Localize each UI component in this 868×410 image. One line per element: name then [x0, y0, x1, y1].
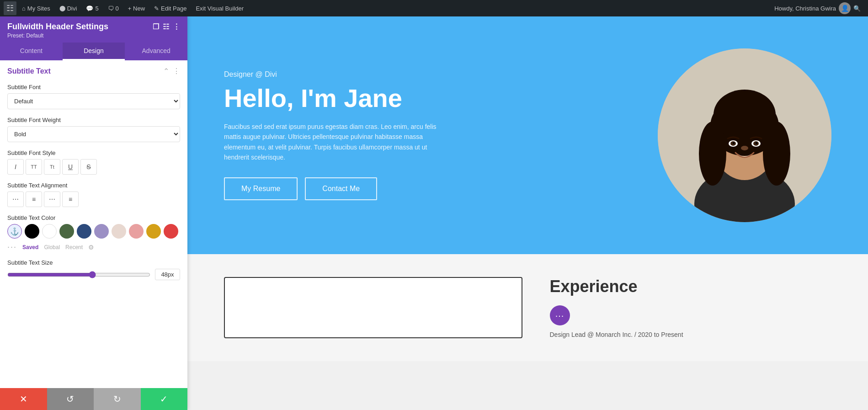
eyedropper-button[interactable]: ⚓ [7, 224, 22, 239]
redo-button[interactable]: ↻ [94, 388, 141, 410]
section-header-icons: ⌃ ⋮ [163, 67, 180, 75]
color-swatch-lavender[interactable] [94, 224, 109, 239]
expand-icon[interactable]: ❐ [153, 22, 159, 31]
my-resume-button[interactable]: My Resume [224, 177, 298, 200]
exit-builder-button[interactable]: Exit Visual Builder [192, 3, 247, 14]
underline-button[interactable]: U [62, 159, 79, 175]
bubble-icon: 💬 [86, 5, 93, 12]
svg-point-13 [756, 142, 757, 144]
subtitle-font-weight-select[interactable]: Bold [7, 126, 180, 142]
hero-text: Designer @ Divi Hello, I'm Jane Faucibus… [224, 70, 498, 200]
save-icon: ✓ [160, 394, 168, 405]
color-swatch-dark-blue[interactable] [77, 224, 91, 239]
color-swatch-light-pink[interactable] [112, 224, 126, 239]
collapse-icon[interactable]: ⌃ [163, 67, 169, 75]
color-swatch-salmon[interactable] [129, 224, 144, 239]
hero-description: Faucibus sed sed erat ipsum purus egesta… [224, 122, 453, 163]
font-style-buttons: I TT Tt U S [7, 159, 180, 175]
align-right-button[interactable]: ⋯ [44, 192, 60, 207]
pencil-icon: ✎ [154, 5, 159, 12]
capitalize-button[interactable]: Tt [44, 159, 60, 175]
hero-subtitle: Designer @ Divi [224, 70, 498, 79]
divi-icon: ⬤ [59, 5, 65, 11]
strikethrough-button[interactable]: S [80, 159, 97, 175]
color-swatches: ⚓ [7, 224, 180, 239]
subtitle-font-weight-row: Subtitle Font Weight Bold [0, 113, 187, 146]
tab-advanced[interactable]: Advanced [125, 43, 187, 60]
experience-job: Design Lead @ Monarch Inc. / 2020 to Pre… [550, 331, 832, 338]
cancel-icon: ✕ [20, 394, 27, 405]
undo-icon: ↺ [66, 394, 74, 405]
size-value-input[interactable] [155, 269, 180, 280]
color-tab-recent[interactable]: Recent [65, 244, 83, 250]
subtitle-alignment-label: Subtitle Text Alignment [7, 182, 180, 189]
align-left-button[interactable]: ⋯ [7, 192, 24, 207]
user-info: Howdy, Christina Gwira 👤 🔍 [771, 0, 864, 16]
panel-body: Subtitle Text ⌃ ⋮ Subtitle Font Default … [0, 60, 187, 388]
user-avatar: 👤 [841, 5, 849, 12]
section-more-icon[interactable]: ⋮ [173, 67, 180, 75]
subtitle-font-label: Subtitle Font [7, 84, 180, 91]
panel-tabs: Content Design Advanced [0, 43, 187, 60]
main-layout: Fullwidth Header Settings ❐ ☷ ⋮ Preset: … [0, 16, 868, 410]
size-slider[interactable] [7, 271, 150, 278]
panel-header: Fullwidth Header Settings ❐ ☷ ⋮ Preset: … [0, 16, 187, 43]
color-swatch-black[interactable] [25, 224, 39, 239]
dots-icon: ··· [555, 310, 564, 321]
color-swatch-white[interactable] [42, 224, 57, 239]
subtitle-font-weight-label: Subtitle Font Weight [7, 117, 180, 123]
color-tab-saved[interactable]: Saved [22, 244, 38, 250]
svg-point-12 [733, 142, 735, 144]
panel-title-text: Fullwidth Header Settings [7, 22, 108, 32]
tab-content[interactable]: Content [0, 43, 63, 60]
comments-menu[interactable]: 💬 5 [82, 3, 102, 14]
edit-page-button[interactable]: ✎ Edit Page [150, 3, 190, 14]
color-swatch-dark-green[interactable] [59, 224, 74, 239]
align-justify-button[interactable]: ≡ [62, 192, 79, 207]
cancel-button[interactable]: ✕ [0, 388, 47, 410]
admin-bar: ☷ ⌂ My Sites ⬤ Divi 💬 5 🗨 0 + New ✎ Edit… [0, 0, 868, 16]
italic-button[interactable]: I [7, 159, 24, 175]
color-more-button[interactable]: ··· [7, 242, 17, 252]
hero-portrait [658, 48, 831, 222]
panel-footer: ✕ ↺ ↻ ✓ [0, 388, 187, 410]
size-control [7, 269, 180, 280]
tab-design[interactable]: Design [63, 43, 125, 60]
hero-buttons: My Resume Contact Me [224, 177, 498, 200]
undo-button[interactable]: ↺ [47, 388, 94, 410]
hero-title: Hello, I'm Jane [224, 84, 498, 112]
subtitle-font-style-label: Subtitle Font Style [7, 149, 180, 156]
settings-panel: Fullwidth Header Settings ❐ ☷ ⋮ Preset: … [0, 16, 187, 410]
comment-icon: 🗨 [108, 5, 114, 12]
subtitle-size-label: Subtitle Text Size [7, 259, 180, 266]
my-sites-menu[interactable]: ⌂ My Sites [18, 3, 54, 14]
subtitle-color-label: Subtitle Text Color [7, 214, 180, 221]
subtitle-section-header: Subtitle Text ⌃ ⋮ [0, 60, 187, 80]
subtitle-font-select[interactable]: Default [7, 93, 180, 109]
uppercase-button[interactable]: TT [26, 159, 42, 175]
subtitle-color-row: Subtitle Text Color ⚓ ··· [0, 211, 187, 256]
color-settings-icon[interactable]: ⚙ [88, 244, 94, 251]
color-tab-global[interactable]: Global [44, 244, 60, 250]
hero-section: Designer @ Divi Hello, I'm Jane Faucibus… [187, 16, 868, 254]
experience-more-button[interactable]: ··· [550, 305, 570, 325]
experience-content: Experience ··· Design Lead @ Monarch Inc… [550, 277, 832, 338]
contact-me-button[interactable]: Contact Me [305, 177, 377, 200]
new-menu[interactable]: + New [124, 3, 149, 14]
subtitle-section-title: Subtitle Text [7, 67, 51, 75]
color-swatch-gold[interactable] [146, 224, 161, 239]
wordpress-logo[interactable]: ☷ [4, 1, 16, 15]
search-icon[interactable]: 🔍 [853, 5, 861, 12]
save-button[interactable]: ✓ [141, 388, 188, 410]
experience-section: Experience ··· Design Lead @ Monarch Inc… [187, 254, 868, 361]
svg-point-14 [741, 146, 748, 150]
more-icon[interactable]: ⋮ [173, 22, 180, 31]
svg-point-7 [714, 90, 776, 140]
align-center-button[interactable]: ≡ [26, 192, 42, 207]
page-preview: Designer @ Divi Hello, I'm Jane Faucibus… [187, 16, 868, 410]
color-swatch-red[interactable] [164, 224, 178, 239]
comment-count-menu[interactable]: 🗨 0 [104, 3, 122, 14]
panel-title-icons: ❐ ☷ ⋮ [153, 22, 180, 31]
layout-icon[interactable]: ☷ [163, 22, 169, 31]
divi-menu[interactable]: ⬤ Divi [56, 3, 81, 14]
